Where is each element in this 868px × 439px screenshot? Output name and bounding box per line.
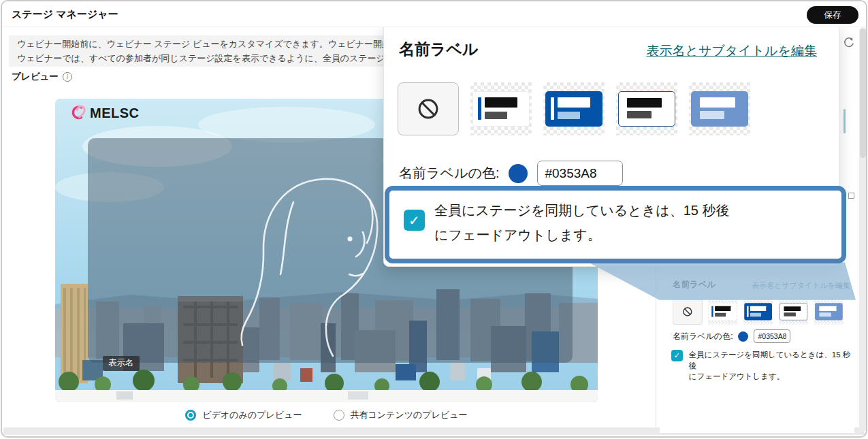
callout-fade-checkbox[interactable]: ✓ [404,210,425,231]
callout-panel-title: 名前ラベル [399,39,479,60]
sidebar-color-row: 名前ラベルの色: [673,329,790,343]
page-title: ステージ マネージャー [12,8,118,21]
sidebar-label-style-options [673,299,844,325]
sidebar-fade-row: ✓ 全員にステージを同期しているときは、15 秒後 にフェードアウトします。 [671,349,854,382]
sidebar-color-swatch[interactable] [738,331,748,342]
sidebar-color-label: 名前ラベルの色: [673,331,733,342]
sidebar-style-option-blue-accent[interactable] [743,299,773,325]
save-button[interactable]: 保存 [807,6,858,24]
top-header: ステージ マネージャー [2,1,866,27]
sidebar-fade-line2: にフェードアウトします。 [689,372,785,380]
sidebar-style-option-none[interactable] [673,299,703,325]
callout-edit-display-name-link[interactable]: 表示名とサブタイトルを編集 [646,42,817,60]
sync-fade-highlight-box: ✓ 全員にステージを同期しているときは、15 秒後 にフェードアウトします。 [385,186,846,263]
callout-style-option-blue-plain[interactable] [689,82,750,135]
callout-style-option-blue-accent[interactable] [543,82,605,135]
callout-color-row: 名前ラベルの色: [399,161,623,186]
callout-fade-line1: 全員にステージを同期しているときは、15 秒後 [434,198,729,223]
callout-fade-line2: にフェードアウトします。 [434,223,729,247]
preview-heading: プレビュー i [12,71,72,83]
callout-style-option-light-accent[interactable] [470,82,532,135]
stage-manager-page: ステージ マネージャー 保存 ウェビナー開始前に、ウェビナー ステージ ビューを… [1,0,867,438]
ban-icon [682,306,693,317]
sidebar-fade-text: 全員にステージを同期しているときは、15 秒後 にフェードアウトします。 [689,349,854,382]
callout-fade-text: 全員にステージを同期しているときは、15 秒後 にフェードアウトします。 [434,198,729,247]
heart-swirl-logo-icon [67,104,86,122]
brand-logo: MELSC [67,104,140,122]
sidebar-style-option-light-plain[interactable] [779,299,809,325]
callout-color-hex-input[interactable] [537,161,623,186]
refresh-icon [843,37,855,49]
callout-style-option-light-plain[interactable] [616,82,677,135]
sidebar-style-option-light-accent[interactable] [708,299,738,325]
callout-color-swatch[interactable] [509,164,528,183]
radio-unselected-icon[interactable] [334,410,344,421]
panel-scrollbar-thumb[interactable] [843,109,846,133]
radio-selected-icon[interactable] [185,410,196,421]
radio-video-only[interactable]: ビデオのみのプレビュー [185,409,302,421]
preview-label: プレビュー [12,71,59,83]
sidebar-panel-title: 名前ラベル [673,279,716,291]
radio-video-only-label: ビデオのみのプレビュー [202,409,302,421]
callout-color-label: 名前ラベルの色: [399,164,499,182]
logo-text: MELSC [90,105,140,121]
display-name-tag: 表示名 [103,356,140,371]
sidebar-color-hex-input[interactable] [754,329,790,343]
sidebar-style-option-blue-plain[interactable] [814,299,844,325]
info-icon: i [63,72,72,82]
page-scrollbar-track[interactable] [859,27,867,432]
small-square-marker [848,193,854,199]
radio-shared-content-label: 共有コンテンツのプレビュー [351,409,468,421]
radio-shared-content[interactable]: 共有コンテンツのプレビュー [334,409,468,421]
page-scrollbar-thumb[interactable] [860,29,866,158]
preview-mode-radio-group: ビデオのみのプレビュー 共有コンテンツのプレビュー [55,409,598,421]
ban-icon [416,97,440,121]
refresh-button[interactable] [842,37,856,50]
callout-style-option-none[interactable] [398,82,459,135]
sidebar-edit-display-name-link[interactable]: 表示名とサブタイトルを編集 [752,280,850,291]
callout-label-style-options [398,82,750,135]
sidebar-fade-checkbox[interactable]: ✓ [671,350,683,361]
sidebar-fade-line1: 全員にステージを同期しているときは、15 秒後 [689,351,851,370]
